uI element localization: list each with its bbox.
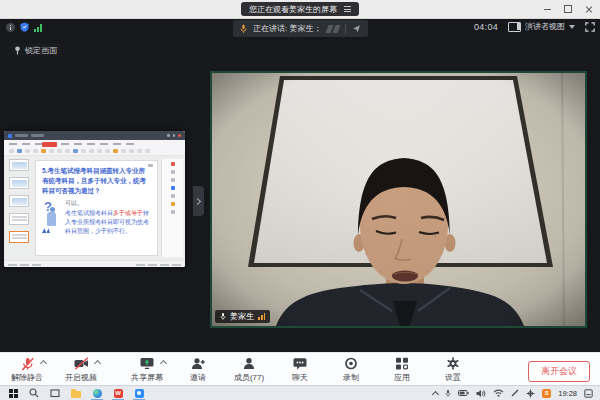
wps-active-tab [42, 142, 57, 147]
security-shield-icon[interactable] [20, 22, 29, 32]
speaking-now-text: 正在讲话: 姜家生； [253, 23, 321, 34]
collapse-banner-arrow-icon[interactable] [352, 24, 361, 33]
speaker-video-tile[interactable]: 姜家生 [210, 71, 587, 328]
wps-office-icon[interactable]: W [112, 387, 124, 400]
apps-grid-icon [395, 357, 409, 370]
wps-tab [15, 134, 28, 137]
question-figure-illustration: ? [42, 199, 60, 233]
window-controls [544, 0, 592, 18]
wps-right-sidebar [161, 159, 183, 257]
chevron-down-icon [569, 25, 575, 29]
chat-bubble-icon [293, 357, 307, 370]
invite-person-icon [191, 357, 205, 370]
search-icon[interactable] [28, 387, 40, 400]
minimize-icon[interactable] [544, 9, 551, 10]
unmute-button[interactable]: 解除静音 [6, 357, 48, 383]
start-button[interactable] [7, 387, 19, 400]
panel-collapse-handle[interactable] [193, 186, 204, 216]
sogou-input-icon[interactable]: S [542, 389, 551, 398]
network-signal-icon[interactable] [34, 24, 42, 32]
start-video-button[interactable]: 开启视频 [60, 357, 102, 383]
meeting-status-icons [6, 22, 42, 32]
view-mode-switcher[interactable]: 演讲者视图 [508, 21, 575, 32]
watermark-logo-icon [327, 25, 339, 33]
os-taskbar: W S 19:28 [0, 385, 600, 400]
audio-level-icon [258, 313, 265, 320]
members-button[interactable]: 成员(77) [228, 357, 270, 383]
slide-thumbnail[interactable] [9, 213, 29, 225]
answer-highlight: 多于或等于 [113, 210, 143, 216]
slide-thumbnail[interactable] [9, 159, 29, 171]
wps-workspace: 5.考生笔试报考科目涵盖转入专业所有统考科目，且多于转入专业，统考科目可否视为通… [4, 156, 185, 260]
wps-ribbon [4, 140, 185, 156]
members-label: 成员(77) [234, 372, 264, 383]
wps-status-bar [4, 260, 185, 267]
chevron-up-icon[interactable] [40, 360, 47, 367]
invite-button[interactable]: 邀请 [177, 357, 219, 383]
settings-button[interactable]: 设置 [432, 357, 474, 383]
slide-thumbnail-selected[interactable] [9, 231, 29, 243]
answer-pre: 考生笔试报考科目 [65, 210, 113, 216]
mic-icon [220, 312, 226, 321]
edge-browser-icon[interactable] [91, 387, 103, 400]
tray-mic-icon[interactable] [445, 389, 451, 398]
input-indicator-icon[interactable] [526, 389, 535, 398]
chat-label: 聊天 [292, 372, 308, 383]
pin-view-badge[interactable]: 锁定画面 [8, 43, 63, 57]
webcam-scene [212, 73, 585, 326]
start-video-label: 开启视频 [65, 372, 97, 383]
wps-maximize-icon [173, 134, 176, 137]
hamburger-menu-icon[interactable] [344, 6, 351, 12]
chevron-up-icon[interactable] [94, 360, 101, 367]
slide-thumbnail[interactable] [9, 177, 29, 189]
meeting-app-icon[interactable] [133, 387, 145, 400]
share-screen-button[interactable]: 共享屏幕 [126, 357, 168, 383]
record-button[interactable]: 录制 [330, 357, 372, 383]
close-icon[interactable] [585, 6, 592, 13]
maximize-icon[interactable] [564, 5, 572, 13]
participant-name-badge: 姜家生 [215, 310, 270, 323]
meeting-app-window: 您正在观看姜家生的屏幕 正在讲话: 姜家生； [0, 0, 600, 400]
slide-corner-icon [148, 164, 153, 167]
wps-title-bar [4, 131, 185, 140]
meeting-info-icon[interactable] [6, 23, 15, 32]
meeting-stage: 正在讲话: 姜家生； 04:04 演讲者视图 锁定画面 [0, 18, 600, 352]
settings-label: 设置 [445, 372, 461, 383]
clock[interactable]: 19:28 [558, 389, 577, 398]
wps-minimize-icon [167, 134, 170, 137]
chevron-up-icon[interactable] [160, 360, 167, 367]
leave-meeting-button[interactable]: 离开会议 [528, 361, 590, 382]
watching-screen-text: 您正在观看姜家生的屏幕 [249, 4, 337, 15]
pin-icon [14, 46, 21, 55]
file-explorer-icon[interactable] [70, 387, 82, 400]
watching-screen-banner[interactable]: 您正在观看姜家生的屏幕 [241, 2, 359, 16]
meeting-timer: 04:04 [474, 22, 498, 32]
view-mode-label: 演讲者视图 [525, 21, 565, 32]
fullscreen-exit-icon[interactable] [585, 22, 595, 32]
wifi-icon[interactable] [493, 389, 504, 397]
microphone-muted-icon [20, 357, 35, 370]
apps-button[interactable]: 应用 [381, 357, 423, 383]
system-tray: S 19:28 [433, 389, 600, 398]
answer-intro: 可以。 [65, 199, 151, 208]
pen-icon[interactable] [511, 389, 519, 397]
volume-icon[interactable] [476, 389, 486, 398]
shared-screen-preview[interactable]: 5.考生笔试报考科目涵盖转入专业所有统考科目，且多于转入专业，统考科目可否视为通… [4, 131, 185, 267]
task-view-icon[interactable] [49, 387, 61, 400]
speaking-now-banner: 正在讲话: 姜家生； [233, 20, 368, 37]
battery-icon[interactable] [458, 389, 469, 397]
record-icon [344, 357, 358, 370]
slide-thumbnail[interactable] [9, 195, 29, 207]
notification-center-icon[interactable] [584, 389, 593, 398]
current-slide: 5.考生笔试报考科目涵盖转入专业所有统考科目，且多于转入专业，统考科目可否视为通… [35, 160, 158, 256]
slide-thumbnail-strip[interactable] [6, 159, 32, 243]
divider [345, 24, 346, 34]
pin-badge-label: 锁定画面 [25, 45, 57, 56]
speaker-view-icon [508, 22, 521, 32]
hidden-icons-chevron[interactable] [432, 390, 439, 397]
meeting-toolbar: 解除静音 开启视频 共享屏幕 [0, 352, 600, 385]
chat-button[interactable]: 聊天 [279, 357, 321, 383]
slide-answer-text: 可以。考生笔试报考科目多于或等于转入专业所报考科目即可视为统考科目范围，少于则不… [65, 199, 151, 236]
members-icon [242, 357, 256, 370]
camera-off-icon [74, 357, 89, 370]
